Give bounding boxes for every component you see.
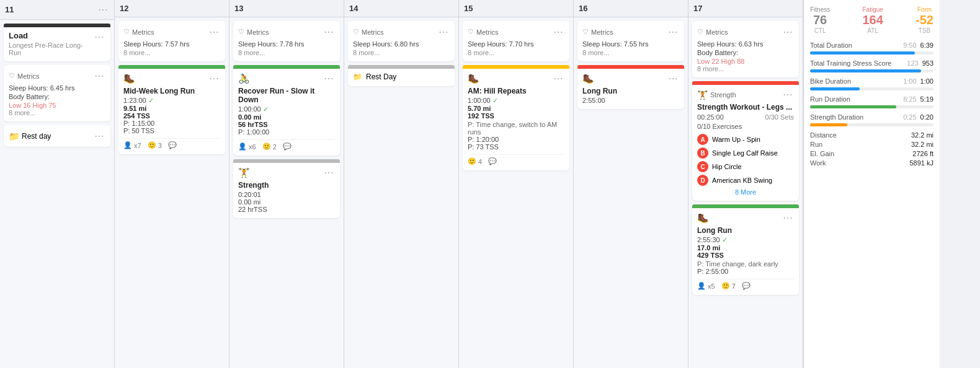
person-icon-12: 👤 xyxy=(123,141,132,149)
col-11-day: 11 xyxy=(5,5,14,14)
bike-bar-bg xyxy=(810,87,933,90)
strength-menu-13[interactable]: ⋯ xyxy=(323,167,335,178)
metrics-menu-16[interactable]: ⋯ xyxy=(667,26,679,38)
activity-menu-12[interactable]: ⋯ xyxy=(208,72,220,84)
reaction-count-13: 🙂2 xyxy=(262,142,277,151)
sleep-hours-14: Sleep Hours: 6.80 hrs xyxy=(353,40,450,48)
heart-icon-15: ♡ xyxy=(468,28,474,36)
metrics-card-11: ♡ Metrics ⋯ Sleep Hours: 6.45 hrs Body B… xyxy=(4,65,110,121)
activity-distance-12: 9.51 mi xyxy=(123,105,220,112)
duration-total: Total Duration 9:50 6:39 xyxy=(810,42,933,55)
metrics-label-15: ♡ Metrics xyxy=(468,28,498,36)
col-17-day: 17 xyxy=(693,4,702,13)
col-11-header: 11 ⋯ xyxy=(0,0,114,20)
load-menu[interactable]: ⋯ xyxy=(93,31,105,43)
duration-run-planned: 8:25 xyxy=(903,95,916,103)
fitness-value: 76 xyxy=(810,13,830,27)
metrics-header-13: ♡ Metrics ⋯ xyxy=(238,26,335,38)
col-11-menu[interactable]: ⋯ xyxy=(97,4,109,15)
strength-detail-17: 🏋️ Strength ⋯ Strength Workout - Legs ..… xyxy=(692,81,799,201)
duration-total-actual: 6:39 xyxy=(920,42,933,49)
activity-distance-13: 0.00 mi xyxy=(238,113,335,121)
activity-strength-13: 🏋️ ⋯ Strength 0:20:01 0.00 mi 22 hrTSS xyxy=(233,159,340,218)
exercises-more-17[interactable]: 8 More xyxy=(697,188,794,196)
metrics-more-15[interactable]: 8 more... xyxy=(468,49,564,56)
red-bar-strength-17 xyxy=(692,81,799,85)
strength-icon-13: 🏋️ xyxy=(238,167,250,178)
load-card: Load Longest Pre-Race Long-Run ⋯ xyxy=(4,24,110,61)
duration-bike-label: Bike Duration xyxy=(810,77,851,85)
metrics-header-16: ♡ Metrics ⋯ xyxy=(582,26,679,38)
activity-tss-17: 429 TSS xyxy=(697,252,794,259)
metrics-menu-11[interactable]: ⋯ xyxy=(93,70,105,82)
badge-b: B xyxy=(697,147,708,159)
right-panel: Fitness 76 CTL Fatigue 164 ATL Form -52 … xyxy=(803,0,940,368)
load-bar xyxy=(4,24,110,27)
duration-strength-actual: 0:20 xyxy=(920,113,933,121)
reaction-count-15: 🙂4 xyxy=(468,157,482,165)
duration-tss-actual: 953 xyxy=(922,59,933,67)
load-subtitle: Longest Pre-Race Long-Run xyxy=(9,42,93,56)
badge-c: C xyxy=(697,161,708,172)
metrics-more-13[interactable]: 8 more... xyxy=(238,49,335,56)
duration-strength: Strength Duration 0:25 0:20 xyxy=(810,113,933,126)
metrics-label-14: ♡ Metrics xyxy=(353,28,383,36)
metrics-menu-15[interactable]: ⋯ xyxy=(552,26,564,38)
stat-form: Form -52 TSB xyxy=(915,6,933,34)
exercise-name-a: Warm Up - Spin xyxy=(712,136,760,143)
column-12: 12 ♡ Metrics ⋯ Sleep Hours: 7.57 hrs 8 m… xyxy=(115,0,229,368)
strength-menu-17[interactable]: ⋯ xyxy=(782,89,794,100)
metrics-more-12[interactable]: 8 more... xyxy=(123,49,220,56)
rest-menu-11[interactable]: ⋯ xyxy=(93,130,105,142)
metrics-card-13: ♡ Metrics ⋯ Sleep Hours: 7.78 hrs 8 more… xyxy=(233,21,340,61)
metrics-menu-13[interactable]: ⋯ xyxy=(323,26,335,38)
heart-icon-12: ♡ xyxy=(123,28,130,36)
metrics-more-14[interactable]: 8 more... xyxy=(353,49,450,56)
activity-midweek-run: 🥾 ⋯ Mid-Week Long Run 1:23:00 ✓ 9.51 mi … xyxy=(118,65,225,154)
run-icon-12: 🥾 xyxy=(123,73,135,84)
activity-header-15: 🥾 ⋯ xyxy=(468,72,564,84)
metrics-menu-12[interactable]: ⋯ xyxy=(208,26,220,38)
strength-tss-13: 22 hrTSS xyxy=(238,206,335,213)
activity-distance-17: 17.0 mi xyxy=(697,244,794,252)
metrics-more-17[interactable]: 8 more... xyxy=(697,65,794,72)
col-15-day: 15 xyxy=(464,4,473,13)
fatigue-label: Fatigue xyxy=(862,6,883,13)
duration-bike-actual: 1:00 xyxy=(920,77,933,85)
col-13-day: 13 xyxy=(234,4,243,13)
heart-icon-16: ♡ xyxy=(582,28,589,36)
duration-run-values: 8:25 5:19 xyxy=(903,95,933,103)
strength-title-13: Strength xyxy=(238,181,335,190)
rest-day-11: 📁 Rest day ⋯ xyxy=(4,125,110,147)
stat-work-value: 5891 kJ xyxy=(909,159,933,167)
activity-menu-15[interactable]: ⋯ xyxy=(552,72,564,84)
metrics-menu-14[interactable]: ⋯ xyxy=(437,26,450,38)
metrics-header-17: ♡ Metrics ⋯ xyxy=(697,26,794,38)
duration-strength-label: Strength Duration xyxy=(810,113,863,121)
col-13-content: ♡ Metrics ⋯ Sleep Hours: 7.78 hrs 8 more… xyxy=(229,17,344,368)
stat-elgain-label: El. Gain xyxy=(810,150,834,157)
activity-planned-tss-15: P: 73 TSS xyxy=(468,143,564,151)
metrics-more-16[interactable]: 8 more... xyxy=(582,49,679,56)
metrics-menu-17[interactable]: ⋯ xyxy=(782,26,794,38)
metrics-label-17: ♡ Metrics xyxy=(697,28,728,36)
activity-menu-16[interactable]: ⋯ xyxy=(667,72,679,84)
activity-menu-13[interactable]: ⋯ xyxy=(323,72,335,84)
activity-tss-12: 254 TSS xyxy=(123,112,220,120)
metrics-header-12: ♡ Metrics ⋯ xyxy=(123,26,220,38)
sleep-hours-16: Sleep Hours: 7.55 hrs xyxy=(582,40,679,48)
metrics-more-11[interactable]: 8 more... xyxy=(9,109,105,116)
col-16-day: 16 xyxy=(579,4,587,13)
activity-menu-17[interactable]: ⋯ xyxy=(782,212,794,224)
stats-header: Fitness 76 CTL Fatigue 164 ATL Form -52 … xyxy=(810,6,933,34)
reaction-count-17: 🙂7 xyxy=(721,282,736,290)
duration-run: Run Duration 8:25 5:19 xyxy=(810,95,933,108)
col-12-content: ♡ Metrics ⋯ Sleep Hours: 7.57 hrs 8 more… xyxy=(115,17,229,368)
duration-strength-values: 0:25 0:20 xyxy=(903,113,933,121)
column-15: 15 ♡ Metrics ⋯ Sleep Hours: 7.70 hrs 8 m… xyxy=(459,0,574,368)
activity-planned-tss-12: P: 50 TSS xyxy=(123,127,220,134)
duration-run-actual: 5:19 xyxy=(920,95,933,103)
activity-planned-13: P: 1:00:00 xyxy=(238,128,335,136)
yellow-bar-15 xyxy=(463,65,569,69)
activity-duration-16: 2:55:00 xyxy=(582,97,679,104)
